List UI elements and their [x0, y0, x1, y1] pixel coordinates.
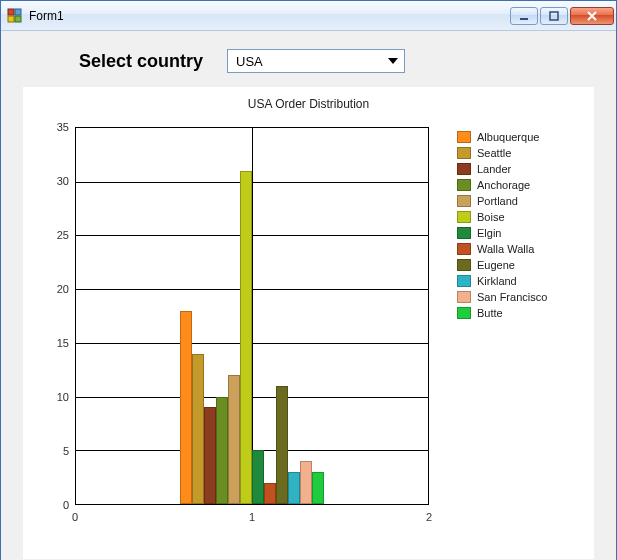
y-tick-label: 15 [57, 337, 69, 349]
legend-swatch [457, 195, 471, 207]
bar-boise [240, 171, 252, 504]
legend-label: Elgin [477, 227, 501, 239]
legend-item: San Francisco [457, 289, 547, 305]
legend-swatch [457, 227, 471, 239]
bar-kirkland [288, 472, 300, 504]
legend-item: Albuquerque [457, 129, 547, 145]
select-country-label: Select country [79, 51, 203, 72]
chevron-down-icon [388, 58, 398, 64]
chart-title: USA Order Distribution [23, 97, 594, 111]
legend-swatch [457, 147, 471, 159]
bar-walla-walla [264, 483, 276, 504]
legend-swatch [457, 275, 471, 287]
y-tick-label: 25 [57, 229, 69, 241]
bar-butte [312, 472, 324, 504]
legend: AlbuquerqueSeattleLanderAnchoragePortlan… [457, 127, 547, 529]
country-combobox[interactable]: USA [227, 49, 405, 73]
y-tick-label: 30 [57, 175, 69, 187]
bar-seattle [192, 354, 204, 504]
legend-swatch [457, 259, 471, 271]
legend-label: Walla Walla [477, 243, 534, 255]
legend-label: Butte [477, 307, 503, 319]
svg-rect-1 [15, 9, 21, 15]
bar-eugene [276, 386, 288, 504]
x-tick-label: 1 [249, 511, 255, 523]
bar-portland [228, 375, 240, 504]
x-tick-label: 0 [72, 511, 78, 523]
plot-area: 05101520253035 012 [43, 127, 429, 529]
legend-swatch [457, 179, 471, 191]
window-title: Form1 [29, 9, 64, 23]
legend-label: Lander [477, 163, 511, 175]
legend-label: Seattle [477, 147, 511, 159]
y-tick-label: 5 [63, 445, 69, 457]
legend-item: Portland [457, 193, 547, 209]
legend-label: Albuquerque [477, 131, 539, 143]
legend-item: Lander [457, 161, 547, 177]
app-icon [7, 8, 23, 24]
y-tick-label: 10 [57, 391, 69, 403]
country-combobox-value: USA [236, 54, 263, 69]
legend-swatch [457, 307, 471, 319]
legend-swatch [457, 163, 471, 175]
window-frame: Form1 Select country USA USA Order Distr… [0, 0, 617, 560]
legend-item: Butte [457, 305, 547, 321]
bar-elgin [252, 450, 264, 504]
legend-item: Kirkland [457, 273, 547, 289]
bar-albuquerque [180, 311, 192, 504]
titlebar[interactable]: Form1 [1, 1, 616, 31]
y-tick-label: 0 [63, 499, 69, 511]
client-area: Select country USA USA Order Distributio… [1, 31, 616, 560]
legend-item: Eugene [457, 257, 547, 273]
legend-swatch [457, 243, 471, 255]
legend-swatch [457, 291, 471, 303]
legend-item: Boise [457, 209, 547, 225]
legend-item: Anchorage [457, 177, 547, 193]
legend-item: Elgin [457, 225, 547, 241]
svg-rect-4 [520, 18, 528, 20]
bar-san-francisco [300, 461, 312, 504]
bar-lander [204, 407, 216, 504]
svg-rect-0 [8, 9, 14, 15]
legend-label: Portland [477, 195, 518, 207]
maximize-button[interactable] [540, 7, 568, 25]
legend-item: Walla Walla [457, 241, 547, 257]
chart-panel: USA Order Distribution 05101520253035 01… [23, 87, 594, 559]
close-button[interactable] [570, 7, 614, 25]
legend-item: Seattle [457, 145, 547, 161]
x-tick-label: 2 [426, 511, 432, 523]
svg-rect-3 [15, 16, 21, 22]
svg-rect-2 [8, 16, 14, 22]
legend-swatch [457, 131, 471, 143]
legend-label: Anchorage [477, 179, 530, 191]
y-tick-label: 20 [57, 283, 69, 295]
bar-anchorage [216, 397, 228, 504]
legend-label: Boise [477, 211, 505, 223]
legend-label: Eugene [477, 259, 515, 271]
legend-label: San Francisco [477, 291, 547, 303]
legend-swatch [457, 211, 471, 223]
legend-label: Kirkland [477, 275, 517, 287]
minimize-button[interactable] [510, 7, 538, 25]
y-tick-label: 35 [57, 121, 69, 133]
svg-rect-5 [550, 12, 558, 20]
